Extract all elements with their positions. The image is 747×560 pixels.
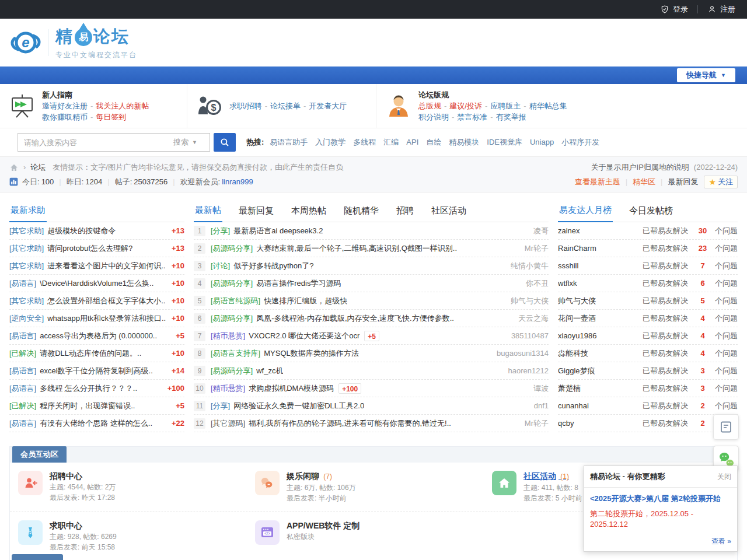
member-card[interactable]: </>APP/WEB软件 定制私密版块	[255, 518, 492, 555]
help-item-tag[interactable]: [其它求助]	[9, 243, 44, 254]
tab-6[interactable]: 社区活动	[430, 205, 467, 222]
help-item-title[interactable]: \Device\HarddiskVolume1怎么换..	[40, 278, 153, 289]
post-item-tag[interactable]: [易源码分享]	[211, 366, 253, 376]
popup-announcement-link[interactable]: <2025开源大赛>第八届 第2轮投票开始	[590, 494, 731, 504]
help-item-title[interactable]: 超级模块的按键命令	[47, 226, 116, 236]
post-item-tag[interactable]: [易源码分享]	[211, 243, 253, 254]
post-item-author[interactable]: 纯情小黄牛	[505, 261, 549, 271]
tab-2[interactable]: 最新回复	[238, 205, 275, 222]
rank-item-name[interactable]: qcby	[558, 419, 643, 428]
help-item[interactable]: [已解决]请教DLL动态库传值的问题。..+10	[9, 345, 184, 362]
latest-topics-link[interactable]: 查看最新主题	[575, 177, 620, 187]
rank-item-name[interactable]: 帅气与大侠	[558, 296, 643, 306]
help-item-tag[interactable]: [已解决]	[9, 348, 36, 359]
post-item-tag[interactable]: [讨论]	[211, 261, 230, 271]
member-card-title[interactable]: 娱乐闲聊 (7)	[287, 471, 356, 482]
guide-link[interactable]: 禁言标准	[457, 113, 487, 121]
follow-button[interactable]: ★ 关注	[704, 176, 738, 188]
post-item[interactable]: 8[易语言支持库]MYSQL数据库类的操作方法bugaosuni1314	[194, 345, 549, 362]
help-item[interactable]: [其它求助]超级模块的按键命令+13	[9, 222, 184, 240]
help-item-title[interactable]: 怎么设置外部组合框文字字体大小..	[47, 296, 165, 306]
guide-link[interactable]: 建议/投诉	[449, 102, 482, 110]
digest-link[interactable]: 精华区	[633, 177, 655, 187]
help-item[interactable]: [其它求助]怎么设置外部组合框文字字体大小..+10	[9, 292, 184, 310]
post-item-tag[interactable]: [精币悬赏]	[211, 331, 245, 341]
post-item-author[interactable]: 385110487	[505, 331, 549, 340]
post-item[interactable]: 10[精币悬赏]求购虚拟机DMA模块源码+100谭波	[194, 380, 549, 397]
post-item-title[interactable]: 网络验证永久免费一键加密DLL工具2.0	[233, 401, 364, 411]
post-item[interactable]: 1[分享]最新易语言ai deepseek3.2凌哥	[194, 222, 549, 240]
post-item-author[interactable]: Mr轮子	[519, 243, 549, 254]
post-item-tag[interactable]: [精币悬赏]	[211, 383, 245, 394]
rank-item[interactable]: xiaoyu1986已帮易友解决4个问题	[558, 327, 738, 345]
help-item-title[interactable]: access导出为表格后为 (0.000000..	[40, 331, 157, 341]
member-card-title[interactable]: 社区活动 (1)	[523, 471, 582, 482]
hot-search-link[interactable]: API	[406, 138, 418, 146]
guide-link[interactable]: 邀请好友注册	[42, 102, 88, 110]
help-item-tag[interactable]: [其它求助]	[9, 226, 44, 236]
tab-4[interactable]: 随机精华	[343, 205, 380, 222]
post-item-title[interactable]: 易语言操作redis学习源码	[256, 278, 341, 289]
rank-item-name[interactable]: Giggle梦痕	[558, 366, 643, 376]
help-item-tag[interactable]: [已解决]	[9, 401, 36, 411]
rank-item[interactable]: 花间一壶酒已帮易友解决4个问题	[558, 310, 738, 327]
hot-search-link[interactable]: 汇编	[383, 138, 399, 146]
help-item[interactable]: [逆向安全]whatsapp用tk和ck登录算法和接口..+10	[9, 310, 184, 327]
post-item[interactable]: 5[易语言纯源码]快速排序汇编版，超级快帅气与大侠	[194, 292, 549, 310]
rank-item-name[interactable]: ssshill	[558, 261, 643, 270]
rank-item-name[interactable]: RainCharm	[558, 244, 643, 253]
member-card-title[interactable]: 求职中心	[50, 520, 117, 531]
help-item[interactable]: [易语言]access导出为表格后为 (0.000000..+5	[9, 327, 184, 345]
rank-item[interactable]: 尛能科技已帮易友解决4个问题	[558, 345, 738, 362]
tab-3[interactable]: 本周热帖	[290, 205, 327, 222]
post-item-author[interactable]: 凌哥	[528, 226, 549, 236]
post-item-author[interactable]: bugaosuni1314	[491, 349, 549, 358]
post-item[interactable]: 4[易源码分享]易语言操作redis学习源码你不丑	[194, 275, 549, 292]
help-item-tag[interactable]: [逆向安全]	[9, 313, 44, 324]
tab-1[interactable]: 最新帖	[194, 205, 222, 222]
post-item-title[interactable]: 大赛结束前,最后一个轮子,二维码,高速识别,Q截图一样识别..	[256, 243, 457, 254]
post-item-title[interactable]: 求购虚拟机DMA模块源码	[249, 383, 334, 394]
post-item-tag[interactable]: [易语言支持库]	[211, 348, 260, 359]
post-item[interactable]: 9[易源码分享]wf_zc机haoren1212	[194, 362, 549, 380]
guide-link[interactable]: 应聘版主	[490, 102, 521, 110]
search-input[interactable]	[18, 138, 173, 147]
guide-link[interactable]: 有奖举报	[496, 113, 526, 121]
post-item-title[interactable]: 快速排序汇编版，超级快	[264, 296, 347, 306]
post-item[interactable]: 3[讨论]似乎好多转战python了?纯情小黄牛	[194, 257, 549, 275]
member-card[interactable]: 招聘中心主题: 4544, 帖数: 2万最后发表: 昨天 17:28	[18, 468, 255, 506]
post-item-author[interactable]: 天云之海	[512, 313, 549, 324]
post-item-author[interactable]: dnf1	[528, 401, 549, 410]
rank-item-name[interactable]: 花间一壶酒	[558, 313, 643, 324]
post-item[interactable]: 12[其它源码]福利,我所有作品的轮子源码,进来看可能有你需要的,错过无!..M…	[194, 415, 549, 432]
help-item-tag[interactable]: [其它求助]	[9, 296, 44, 306]
help-item-tag[interactable]: [易语言]	[9, 278, 36, 289]
rank-item-name[interactable]: wtflxk	[558, 279, 643, 288]
post-item-title[interactable]: 似乎好多转战python了?	[233, 261, 313, 271]
guide-link[interactable]: 论坛接单	[270, 102, 301, 110]
rank-item-name[interactable]: cunanhai	[558, 401, 643, 410]
help-item-title[interactable]: whatsapp用tk和ck登录算法和接口..	[47, 313, 166, 324]
hot-search-link[interactable]: 自绘	[426, 138, 441, 146]
guide-link[interactable]: 精华帖总集	[529, 102, 567, 110]
post-item-title[interactable]: VXOCR2.0 哪位大佬还要这个ocr	[249, 331, 359, 341]
rank-item[interactable]: RainCharm已帮易友解决23个问题	[558, 240, 738, 257]
help-item[interactable]: [其它求助]请问protobuf怎么去理解?+13	[9, 240, 184, 257]
rank-item[interactable]: qcby已帮易友解决2个问题	[558, 415, 738, 432]
help-item[interactable]: [易语言]多线程 怎么分开执行？？？..+100	[9, 380, 184, 397]
post-item-author[interactable]: 谭波	[528, 383, 549, 394]
post-item-author[interactable]: 你不丑	[520, 278, 549, 289]
rank-item[interactable]: 萧楚楠已帮易友解决3个问题	[558, 380, 738, 397]
rank-item-name[interactable]: 尛能科技	[558, 348, 643, 359]
rank-item[interactable]: Giggle梦痕已帮易友解决3个问题	[558, 362, 738, 380]
hot-search-link[interactable]: 精易模块	[449, 138, 479, 146]
post-item-author[interactable]: haoren1212	[502, 366, 549, 375]
help-item-tag[interactable]: [其它求助]	[9, 261, 44, 271]
help-item[interactable]: [易语言]有没有大佬给个思路 这样的怎么..+22	[9, 415, 184, 432]
post-item-tag[interactable]: [易源码分享]	[211, 278, 253, 289]
help-item[interactable]: [易语言]excel数字千位分隔符复制到高级..+14	[9, 362, 184, 380]
rank-item[interactable]: zainex已帮易友解决30个问题	[558, 222, 738, 240]
post-item[interactable]: 6[易源码分享]凤凰-多线程池-内存加载版,内存安全,速度飞快.方便传参数..天…	[194, 310, 549, 327]
help-item[interactable]: [已解决]程序关闭时，出现弹窗错误..+5	[9, 397, 184, 415]
post-item-title[interactable]: 最新易语言ai deepseek3.2	[233, 226, 323, 236]
